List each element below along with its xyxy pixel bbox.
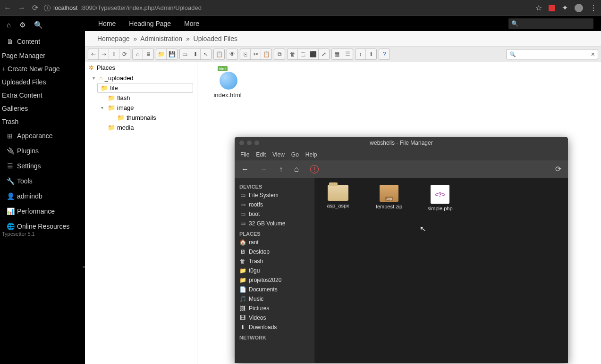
gear-icon[interactable]: ⚙ — [19, 21, 25, 29]
device-item[interactable]: ▭32 GB Volume — [235, 219, 314, 228]
tb-cursor-icon[interactable]: ↖ — [201, 49, 211, 59]
nav-home-icon[interactable]: ⌂ — [294, 165, 299, 174]
clear-icon[interactable]: × — [591, 50, 595, 58]
nav-forward-icon[interactable]: → — [260, 165, 268, 174]
tree-item-image[interactable]: ▾📁image — [97, 103, 193, 113]
os-file-item[interactable]: asp_aspx — [322, 185, 355, 208]
places-gear-icon[interactable]: ✲ — [89, 64, 94, 71]
device-item[interactable]: ▭rootfs — [235, 200, 314, 209]
place-item[interactable]: 🖥Desktop — [235, 247, 314, 256]
os-file-item[interactable]: .ziptempest.zip — [372, 185, 406, 209]
sidebar-item[interactable]: ⊞Appearance — [0, 128, 85, 143]
place-item[interactable]: 📁t0gu — [235, 266, 314, 275]
tb-save-icon[interactable]: 💾 — [167, 49, 177, 59]
sidebar-item[interactable]: 👤admindb — [0, 189, 85, 204]
topnav-link[interactable]: More — [184, 20, 199, 27]
tb-list-icon[interactable]: ☰ — [342, 49, 353, 59]
tb-select-icon[interactable]: ⬚ — [298, 49, 308, 59]
sidebar-item[interactable]: 📊Performance — [0, 204, 85, 219]
os-file-item[interactable]: <?>simple.php — [423, 185, 457, 211]
tb-info-icon[interactable]: ℹ — [366, 49, 376, 59]
file-item[interactable]: html index.html — [209, 67, 246, 99]
nav-reload-icon[interactable]: ⟳ — [555, 165, 561, 174]
menu-item[interactable]: View — [272, 151, 285, 158]
place-item[interactable]: 🖼Pictures — [235, 304, 314, 313]
menu-item[interactable]: Edit — [256, 151, 266, 158]
menu-icon[interactable]: ⋮ — [590, 3, 597, 12]
tree-item-file[interactable]: 📁file — [97, 83, 193, 93]
url-bar[interactable]: i localhost:8090/Typesetter/index.php/Ad… — [44, 4, 202, 11]
tb-refresh-icon[interactable]: ⟳ — [119, 49, 130, 59]
place-item[interactable]: ⬇Downloads — [235, 323, 314, 332]
tb-home-icon[interactable]: ⌂ — [133, 49, 143, 59]
os-file-manager-window[interactable]: webshells - File Manager FileEditViewGoH… — [235, 137, 568, 363]
tree-root[interactable]: ▾⌂_uploaded — [89, 73, 193, 83]
breadcrumb-admin[interactable]: Administration — [140, 35, 182, 42]
tb-back-icon[interactable]: ⇐ — [88, 49, 99, 59]
os-file-grid[interactable]: asp_aspx.ziptempest.zip<?>simple.php↖ — [315, 178, 568, 363]
sidebar-item[interactable]: ☰Settings — [0, 158, 85, 174]
info-icon[interactable]: i — [44, 5, 51, 11]
menu-item[interactable]: Go — [291, 151, 299, 158]
nav-up-icon[interactable]: ↑ — [279, 165, 283, 174]
collapse-icon[interactable]: ▾ — [93, 75, 97, 81]
place-item[interactable]: 📁projetos2020 — [235, 275, 314, 285]
tree-item-flash[interactable]: 📁flash — [97, 93, 193, 103]
tb-up-icon[interactable]: ⇧ — [109, 49, 119, 59]
tb-open-icon[interactable]: ▭ — [180, 49, 190, 59]
section-content[interactable]: 🗎 Content — [0, 34, 85, 49]
place-item[interactable]: 🏠rant — [235, 238, 314, 247]
top-search[interactable]: 🔍 — [508, 18, 593, 29]
sidebar-item[interactable]: 🔌Plugins — [0, 143, 85, 158]
place-item[interactable]: 📄Documents — [235, 285, 314, 294]
topnav-link[interactable]: Heading Page — [129, 20, 171, 27]
extensions-icon[interactable]: ✦ — [562, 3, 568, 12]
tb-fwd-icon[interactable]: ⇒ — [99, 49, 109, 59]
tb-copy-icon[interactable]: ⎘ — [240, 49, 251, 59]
tb-thumb-icon[interactable]: ▦ — [332, 49, 342, 59]
tb-desktop-icon[interactable]: 🖥 — [143, 49, 153, 59]
tb-paste-icon[interactable]: 📋 — [261, 49, 271, 59]
place-item[interactable]: 🎵Music — [235, 294, 314, 304]
topnav-link[interactable]: Home — [98, 20, 116, 27]
tb-help-icon[interactable]: ? — [379, 49, 389, 59]
sidebar-item[interactable]: Trash — [0, 115, 85, 128]
extension-icon[interactable] — [549, 5, 555, 11]
tb-cut-icon[interactable]: ✂ — [251, 49, 261, 59]
sidebar-item[interactable]: Extra Content — [0, 89, 85, 102]
tb-download-icon[interactable]: ⬇ — [190, 49, 201, 59]
tree-item-media[interactable]: 📁media — [97, 123, 193, 132]
device-item[interactable]: ▭File System — [235, 190, 314, 200]
sidebar-item[interactable]: + Create New Page — [0, 62, 85, 75]
sidebar-item[interactable]: 🔧Tools — [0, 174, 85, 189]
sidebar-item[interactable]: Uploaded Files — [0, 75, 85, 89]
bookmark-icon[interactable]: ☆ — [535, 3, 542, 12]
os-titlebar[interactable]: webshells - File Manager — [235, 137, 568, 149]
search-icon[interactable]: 🔍 — [34, 21, 43, 29]
alert-icon[interactable]: ! — [310, 165, 319, 174]
tb-resize-icon[interactable]: ⤢ — [319, 49, 329, 59]
place-item[interactable]: 🗑Trash — [235, 256, 314, 266]
menu-item[interactable]: Help — [305, 151, 317, 158]
menu-item[interactable]: File — [240, 151, 249, 158]
back-icon[interactable]: ← — [4, 4, 11, 12]
tb-clipboard-icon[interactable]: 📋 — [214, 49, 224, 59]
tb-delete-icon[interactable]: 🗑 — [288, 49, 298, 59]
place-item[interactable]: 🎞Videos — [235, 313, 314, 323]
tb-crop-icon[interactable]: ⬛ — [308, 49, 319, 59]
tb-preview-icon[interactable]: 👁 — [227, 49, 237, 59]
profile-icon[interactable] — [575, 4, 583, 12]
toolbar-search-input[interactable] — [518, 51, 591, 58]
home-icon[interactable]: ⌂ — [7, 21, 11, 29]
tree-item-thumbnails[interactable]: 📁thumbnails — [113, 113, 193, 123]
tb-newfolder-icon[interactable]: 📁 — [156, 49, 167, 59]
forward-icon[interactable]: → — [18, 4, 25, 12]
tb-sort-icon[interactable]: ↕ — [356, 49, 366, 59]
tb-duplicate-icon[interactable]: ⧉ — [274, 49, 285, 59]
nav-back-icon[interactable]: ← — [241, 165, 249, 174]
breadcrumb-home[interactable]: Homepage — [97, 35, 130, 42]
reload-icon[interactable]: ⟳ — [32, 3, 38, 12]
collapse-icon[interactable]: ▾ — [101, 105, 106, 110]
toolbar-search[interactable]: 🔍 × — [506, 49, 598, 59]
sidebar-item[interactable]: Page Manager — [0, 49, 85, 62]
